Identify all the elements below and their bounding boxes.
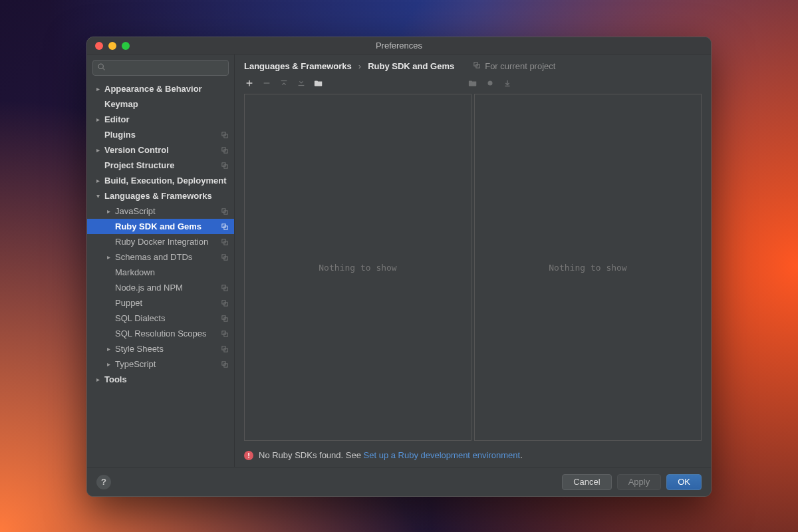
record-button[interactable] (483, 76, 497, 90)
tree-item[interactable]: Ruby SDK and Gems (87, 219, 234, 234)
search-icon (97, 63, 106, 73)
gems-list-empty-text: Nothing to show (549, 263, 626, 273)
tree-item[interactable]: ▸Build, Execution, Deployment (87, 173, 234, 188)
project-scope-icon (221, 299, 229, 307)
remove-sdk-button[interactable] (260, 76, 273, 90)
project-scope-icon (221, 360, 229, 368)
project-scope-icon (221, 207, 229, 215)
tree-item[interactable]: SQL Resolution Scopes (87, 326, 234, 341)
tree-item-label: Appearance & Behavior (104, 84, 229, 94)
tree-item[interactable]: Node.js and NPM (87, 280, 234, 295)
titlebar: Preferences (87, 37, 711, 55)
breadcrumb-parent[interactable]: Languages & Frameworks (244, 61, 352, 71)
tree-item[interactable]: Markdown (87, 265, 234, 280)
tree-item[interactable]: ▸Editor (87, 112, 234, 127)
svg-line-1 (103, 68, 104, 70)
expand-icon[interactable]: ▾ (94, 192, 102, 200)
tree-item-label: Keymap (104, 99, 229, 109)
search-input[interactable] (110, 63, 224, 72)
browse-button[interactable] (312, 76, 325, 90)
tree-item-label: Editor (104, 114, 229, 124)
warning-text-after: . (520, 450, 523, 460)
scope-indicator: For current project (473, 61, 555, 71)
window-title: Preferences (87, 41, 711, 51)
tree-item-label: Node.js and NPM (115, 283, 221, 293)
breadcrumb: Languages & Frameworks › Ruby SDK and Ge… (235, 55, 711, 75)
tree-item[interactable]: ▸Schemas and DTDs (87, 249, 234, 265)
expand-icon[interactable]: ▸ (104, 345, 112, 352)
tree-item[interactable]: Ruby Docker Integration (87, 234, 234, 249)
warning-icon: ! (244, 451, 253, 460)
search-wrap (87, 55, 234, 81)
warning-text-before: No Ruby SDKs found. See (259, 450, 364, 460)
tree-item[interactable]: ▸Appearance & Behavior (87, 81, 234, 96)
sdk-toolbar (235, 75, 462, 94)
scope-label: For current project (485, 61, 555, 71)
svg-point-35 (488, 81, 493, 86)
tree-item[interactable]: ▸Version Control (87, 142, 234, 158)
download-button[interactable] (501, 76, 514, 90)
gems-toolbar (462, 75, 521, 94)
breadcrumb-current: Ruby SDK and Gems (368, 61, 454, 71)
warning-bar: ! No Ruby SDKs found. See Set up a Ruby … (235, 446, 711, 467)
gems-list-panel[interactable]: Nothing to show (474, 94, 702, 441)
project-scope-icon (221, 146, 229, 154)
panels: Nothing to show Nothing to show (235, 94, 711, 446)
search-field[interactable] (92, 60, 229, 76)
expand-icon[interactable]: ▸ (104, 253, 112, 261)
ok-button[interactable]: OK (666, 474, 702, 490)
breadcrumb-separator: › (358, 61, 361, 71)
tree-item[interactable]: ▸Tools (87, 372, 234, 387)
project-scope-icon (221, 345, 229, 353)
svg-point-0 (98, 64, 103, 68)
tree-item[interactable]: SQL Dialects (87, 311, 234, 326)
tree-item-label: Ruby Docker Integration (115, 237, 221, 247)
tree-item[interactable]: ▸JavaScript (87, 203, 234, 219)
expand-icon[interactable]: ▸ (104, 360, 112, 368)
tree-item[interactable]: Keymap (87, 96, 234, 112)
project-scope-icon (221, 238, 229, 246)
move-up-button[interactable] (277, 76, 291, 90)
tree-item[interactable]: ▾Languages & Frameworks (87, 188, 234, 203)
open-folder-button[interactable] (466, 76, 479, 90)
tree-item-label: JavaScript (115, 206, 221, 216)
project-scope-icon (221, 315, 229, 323)
expand-icon[interactable]: ▸ (94, 85, 102, 92)
tree-item-label: Languages & Frameworks (104, 191, 229, 201)
expand-icon[interactable]: ▸ (104, 207, 112, 215)
help-button[interactable]: ? (96, 475, 111, 489)
project-scope-icon (221, 284, 229, 292)
sdk-list-panel[interactable]: Nothing to show (244, 94, 471, 441)
apply-button[interactable]: Apply (617, 474, 662, 490)
tree-item-label: Tools (104, 374, 229, 384)
sdk-list-empty-text: Nothing to show (319, 263, 396, 273)
settings-tree[interactable]: ▸Appearance & BehaviorKeymap▸EditorPlugi… (87, 81, 234, 467)
tree-item[interactable]: ▸Style Sheets (87, 341, 234, 356)
move-down-button[interactable] (295, 76, 308, 90)
tree-item[interactable]: Plugins (87, 127, 234, 142)
sidebar: ▸Appearance & BehaviorKeymap▸EditorPlugi… (87, 55, 235, 467)
project-scope-icon (221, 223, 229, 231)
expand-icon[interactable]: ▸ (94, 146, 102, 154)
tree-item-label: Puppet (115, 298, 221, 308)
tree-item-label: Markdown (115, 267, 229, 277)
warning-link[interactable]: Set up a Ruby development environment (364, 450, 521, 460)
expand-icon[interactable]: ▸ (94, 177, 102, 184)
tree-item-label: Project Structure (104, 160, 221, 170)
add-sdk-button[interactable] (243, 76, 256, 90)
project-scope-icon (221, 330, 229, 338)
warning-text: No Ruby SDKs found. See Set up a Ruby de… (259, 450, 523, 460)
tree-item-label: SQL Dialects (115, 313, 221, 323)
tree-item-label: Ruby SDK and Gems (115, 221, 221, 231)
cancel-button[interactable]: Cancel (562, 474, 611, 490)
project-scope-icon (221, 162, 229, 170)
tree-item[interactable]: ▸TypeScript (87, 356, 234, 372)
tree-item-label: SQL Resolution Scopes (115, 329, 221, 338)
tree-item-label: Build, Execution, Deployment (104, 176, 229, 186)
tree-item-label: Style Sheets (115, 344, 221, 354)
tree-item[interactable]: Project Structure (87, 158, 234, 173)
expand-icon[interactable]: ▸ (94, 376, 102, 383)
main-area: Languages & Frameworks › Ruby SDK and Ge… (235, 55, 711, 467)
expand-icon[interactable]: ▸ (94, 116, 102, 123)
tree-item[interactable]: Puppet (87, 295, 234, 311)
